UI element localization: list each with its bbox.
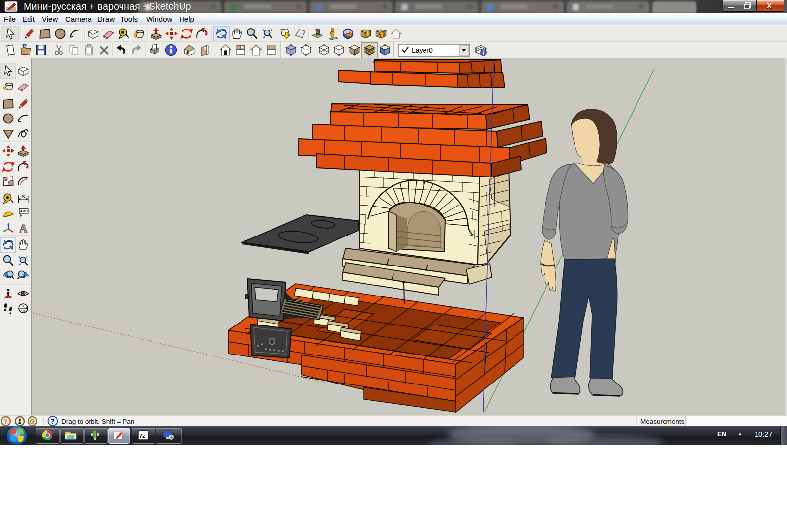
svg-text:?: ? <box>50 417 55 425</box>
svg-text:Drag to orbit. Shift = Pan: Drag to orbit. Shift = Pan <box>61 418 134 425</box>
svg-text:Measurements: Measurements <box>640 418 685 425</box>
svg-text:7z: 7z <box>139 433 145 439</box>
svg-text:G: G <box>30 418 35 425</box>
svg-text:Layer0: Layer0 <box>412 46 433 54</box>
